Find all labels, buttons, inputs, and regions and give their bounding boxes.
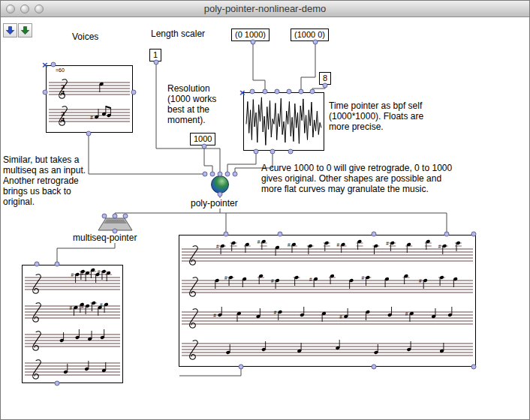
connection-port[interactable] (313, 40, 318, 45)
connection-port[interactable] (123, 214, 128, 219)
connection-port[interactable] (55, 381, 60, 386)
bpf-curve (244, 93, 324, 150)
value-box-range-down[interactable]: (1000 0) (291, 28, 329, 41)
connection-port[interactable] (278, 232, 283, 237)
connection-port[interactable] (55, 262, 60, 267)
multiseq-score-right: ############### (179, 236, 475, 366)
poly-pointer-label: poly-pointer (190, 198, 239, 208)
svg-text:#: # (81, 271, 84, 276)
edit-x-icon[interactable]: × (42, 60, 48, 70)
multiseq-score-left: ###### (23, 266, 122, 382)
connection-port[interactable] (263, 89, 268, 94)
svg-text:#: # (288, 242, 291, 248)
value-box-range-up[interactable]: (0 1000) (231, 28, 270, 41)
svg-text:4: 4 (61, 88, 65, 96)
connection-port[interactable] (225, 172, 230, 177)
connection-port[interactable] (233, 172, 238, 177)
connection-port[interactable] (299, 89, 304, 94)
svg-text:#: # (274, 310, 277, 315)
svg-text:#: # (100, 302, 103, 308)
connection-port[interactable] (218, 192, 223, 197)
connection-port[interactable] (323, 83, 328, 88)
connection-port[interactable] (113, 229, 118, 234)
connection-port[interactable] (251, 40, 256, 45)
svg-text:#: # (224, 275, 227, 280)
time-pointer-note: Time pointer as bpf self (1000*1000). Fl… (329, 100, 437, 132)
multiseq-editor-right[interactable]: ############### (179, 235, 476, 367)
svg-text:#: # (216, 244, 219, 249)
arrow-button-green[interactable] (18, 23, 32, 38)
connection-port[interactable] (471, 364, 477, 370)
connection-port[interactable] (102, 214, 107, 219)
edit-x-icon[interactable]: × (239, 88, 245, 98)
svg-text:#: # (337, 242, 340, 248)
svg-text:#: # (213, 313, 216, 318)
poly-pointer-node[interactable] (211, 176, 229, 194)
app-window: poly-pointer-nonlinear-demo Voices Lengt… (0, 0, 530, 420)
patch-canvas[interactable]: Voices Length scaler (0 1000) (1000 0) 1… (1, 17, 529, 419)
connection-port[interactable] (218, 172, 223, 177)
connection-port[interactable] (254, 149, 259, 154)
svg-text:#: # (386, 241, 389, 246)
chord-editor-score: 2424# (47, 66, 132, 132)
connection-port[interactable] (275, 89, 280, 94)
bpf-editor-box[interactable] (243, 92, 324, 151)
svg-text:#: # (339, 314, 342, 320)
svg-text:4: 4 (61, 116, 65, 123)
down-arrow-icon (5, 26, 15, 35)
down-arrow-icon (20, 26, 30, 35)
connection-port[interactable] (444, 232, 450, 237)
svg-text:#: # (98, 269, 101, 274)
title-bar[interactable]: poly-pointer-nonlinear-demo (1, 1, 529, 17)
svg-text:#: # (90, 115, 93, 120)
length-scaler-label: Length scaler (151, 28, 205, 39)
multiseq-editor-left[interactable]: ###### (22, 265, 123, 383)
connection-port[interactable] (372, 232, 377, 237)
connection-port[interactable] (86, 131, 92, 136)
connection-port[interactable] (131, 90, 137, 95)
zoom-button[interactable] (35, 4, 44, 14)
connection-port[interactable] (203, 172, 208, 177)
minimize-button[interactable] (20, 4, 29, 14)
svg-text:#: # (419, 278, 422, 284)
svg-text:#: # (71, 272, 74, 278)
tempo-marking: =60 (56, 68, 65, 73)
svg-text:#: # (271, 278, 274, 284)
connection-port[interactable] (51, 62, 56, 68)
connection-port[interactable] (43, 90, 48, 95)
connection-port[interactable] (210, 172, 215, 177)
window-controls (6, 4, 44, 14)
connection-port[interactable] (310, 89, 315, 94)
chord-editor-box[interactable]: 2424# =60 (46, 65, 133, 133)
connection-port[interactable] (35, 262, 40, 267)
curve-note: A curve 1000 to 0 will give retrograde, … (261, 163, 458, 194)
close-button[interactable] (6, 4, 15, 14)
svg-text:#: # (81, 304, 84, 309)
connection-port[interactable] (239, 364, 244, 370)
connection-port[interactable] (250, 89, 255, 94)
arrow-button-blue[interactable] (3, 23, 17, 38)
connection-port[interactable] (113, 214, 118, 219)
multiseq-pointer-label: multiseq-pointer (72, 232, 137, 243)
svg-text:#: # (405, 311, 408, 316)
svg-text:#: # (438, 244, 441, 249)
svg-text:#: # (69, 305, 72, 310)
svg-text:#: # (309, 277, 312, 282)
connection-port[interactable] (270, 149, 276, 154)
connection-port[interactable] (372, 364, 377, 370)
connection-port[interactable] (202, 144, 207, 149)
svg-text:#: # (361, 275, 364, 280)
connection-port[interactable] (288, 149, 294, 154)
window-title: poly-pointer-nonlinear-demo (204, 3, 327, 14)
svg-text:#: # (257, 239, 260, 244)
connection-port[interactable] (471, 232, 477, 237)
connection-port[interactable] (224, 232, 229, 237)
voices-label: Voices (72, 32, 98, 42)
similar-note: Similar, but takes a multiseq as an inpu… (3, 154, 96, 207)
resolution-note: Resolution (1000 works best at the momen… (167, 83, 224, 125)
connection-port[interactable] (287, 89, 292, 94)
connection-port[interactable] (154, 60, 159, 65)
